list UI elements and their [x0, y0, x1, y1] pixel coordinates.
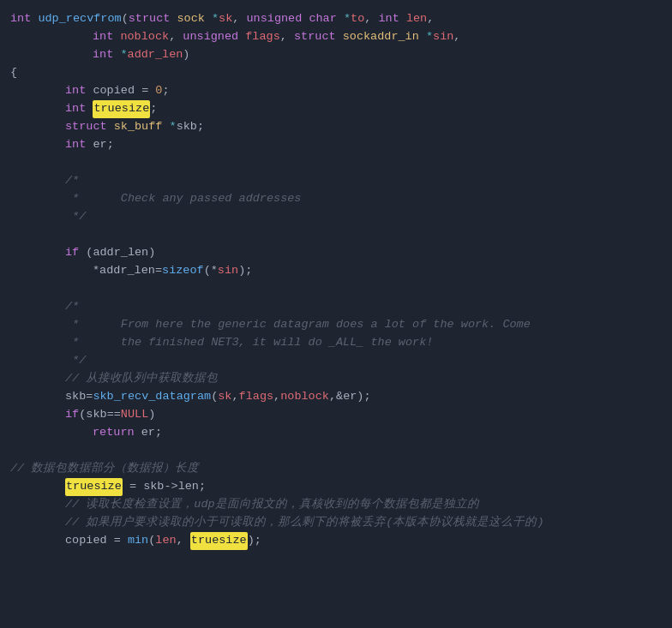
param-sk-2: sk	[218, 388, 231, 406]
highlight-truesize-2: truesize	[65, 478, 123, 496]
code-line-23: if ( skb == NULL )	[0, 406, 672, 424]
fn-min: min	[128, 532, 148, 550]
var-copied: copied	[93, 82, 135, 100]
keyword-return: return	[93, 424, 135, 442]
code-line-1: int udp_recvfrom ( struct sock * sk , un…	[0, 10, 672, 28]
code-line-14: if ( addr_len )	[0, 244, 672, 262]
var-addr-len-deref: addr_len	[99, 262, 155, 280]
code-line-empty-1	[0, 154, 672, 172]
var-er: er	[93, 136, 106, 154]
comment-from: * From here the generic datagram does a …	[65, 316, 531, 334]
code-line-30: copied = min ( len , truesize );	[0, 532, 672, 550]
code-line-29: // 如果用户要求读取的小于可读取的，那么剩下的将被丢弃(本版本协议栈就是这么干…	[0, 514, 672, 532]
code-line-20: */	[0, 352, 672, 370]
type-sk-buff: sk_buff	[114, 118, 163, 136]
code-line-8: int er ;	[0, 136, 672, 154]
comment-open-2: /*	[65, 298, 79, 316]
code-line-21: // 从接收队列中获取数据包	[0, 370, 672, 388]
keyword-unsigned-2: unsigned	[183, 28, 238, 46]
code-line-28: // 读取长度检查设置，udp是面向报文的，真核收到的每个数据包都是独立的	[0, 496, 672, 514]
code-line-15: * addr_len = sizeof (* sin );	[0, 262, 672, 280]
comment-cn-1: // 从接收队列中获取数据包	[65, 370, 218, 388]
var-skb-2: skb	[65, 388, 86, 406]
code-line-5: int copied = 0 ;	[0, 82, 672, 100]
comment-close-2: */	[65, 352, 86, 370]
code-line-24: return er ;	[0, 424, 672, 442]
code-line-17: /*	[0, 298, 672, 316]
highlight-truesize-1: truesize	[93, 100, 150, 118]
code-line-18: * From here the generic datagram does a …	[0, 316, 672, 334]
var-skb-4: skb	[143, 478, 164, 496]
var-len: len	[178, 478, 199, 496]
code-line-10: /*	[0, 172, 672, 190]
param-noblock: noblock	[120, 28, 169, 46]
comment-cn-4: // 如果用户要求读取的小于可读取的，那么剩下的将被丢弃(本版本协议栈就是这么干…	[65, 514, 544, 532]
highlight-truesize-3: truesize	[190, 532, 248, 550]
comment-cn-3: // 读取长度检查设置，udp是面向报文的，真核收到的每个数据包都是独立的	[65, 496, 479, 514]
comment-the: * the finished NET3, it will do _ALL_ th…	[65, 334, 433, 352]
var-er-2: er	[343, 388, 357, 406]
comment-close-1: */	[65, 208, 86, 226]
var-copied-2: copied	[65, 532, 107, 550]
keyword-char: char	[309, 10, 336, 28]
num-zero: 0	[155, 82, 162, 100]
fn-skb-recv: skb_recv_datagram	[93, 388, 211, 406]
keyword-if-2: if	[65, 406, 79, 424]
code-line-6: int truesize ;	[0, 100, 672, 118]
comment-cn-2: // 数据包数据部分（数据报）长度	[10, 460, 199, 478]
macro-null: NULL	[121, 406, 148, 424]
code-line-12: */	[0, 208, 672, 226]
keyword-int-1: int	[378, 10, 399, 28]
param-noblock-2: noblock	[280, 388, 329, 406]
param-sin: sin	[433, 28, 453, 46]
code-line-7: struct sk_buff * skb ;	[0, 118, 672, 136]
keyword-int-6: int	[65, 136, 86, 154]
param-len: len	[406, 10, 427, 28]
function-name: udp_recvfrom	[38, 10, 121, 28]
code-line-3: int * addr_len )	[0, 46, 672, 64]
keyword-if-1: if	[65, 244, 79, 262]
fn-sizeof: sizeof	[162, 262, 204, 280]
keyword-int: int	[10, 10, 31, 28]
keyword-unsigned-1: unsigned	[247, 10, 303, 28]
param-flags: flags	[245, 28, 280, 46]
keyword-struct-2: struct	[294, 28, 336, 46]
code-line-19: * the finished NET3, it will do _ALL_ th…	[0, 334, 672, 352]
code-line-empty-2	[0, 226, 672, 244]
keyword-int-5: int	[65, 100, 86, 118]
keyword-struct-1: struct	[129, 10, 171, 28]
code-line-22: skb = skb_recv_datagram ( sk , flags , n…	[0, 388, 672, 406]
param-flags-2: flags	[239, 388, 274, 406]
code-viewer: int udp_recvfrom ( struct sock * sk , un…	[0, 7, 672, 553]
param-sk: sk	[219, 10, 232, 28]
var-er-3: er	[141, 424, 155, 442]
type-sockaddr: sockaddr_in	[343, 28, 419, 46]
code-line-2: int noblock , unsigned flags , struct so…	[0, 28, 672, 46]
param-sin-2: sin	[218, 262, 238, 280]
keyword-int-3: int	[93, 46, 113, 64]
comment-open-1: /*	[65, 172, 79, 190]
keyword-struct-3: struct	[65, 118, 107, 136]
ptr-sk: *	[212, 10, 219, 28]
code-line-27: truesize = skb -> len ;	[0, 478, 672, 496]
code-line-11: * Check any passed addresses	[0, 190, 672, 208]
keyword-int-4: int	[65, 82, 86, 100]
type-sock: sock	[177, 10, 204, 28]
code-line-26: // 数据包数据部分（数据报）长度	[0, 460, 672, 478]
code-line-empty-3	[0, 280, 672, 298]
param-len-2: len	[155, 532, 176, 550]
var-skb-3: skb	[86, 406, 106, 424]
code-line-4: {	[0, 64, 672, 82]
param-to: to	[351, 10, 364, 28]
var-addr-len-cond: addr_len	[93, 244, 148, 262]
code-line-empty-4	[0, 442, 672, 460]
comment-check: * Check any passed addresses	[65, 190, 301, 208]
param-addr-len: addr_len	[128, 46, 183, 64]
var-skb: skb	[177, 118, 197, 136]
keyword-int-2: int	[93, 28, 113, 46]
